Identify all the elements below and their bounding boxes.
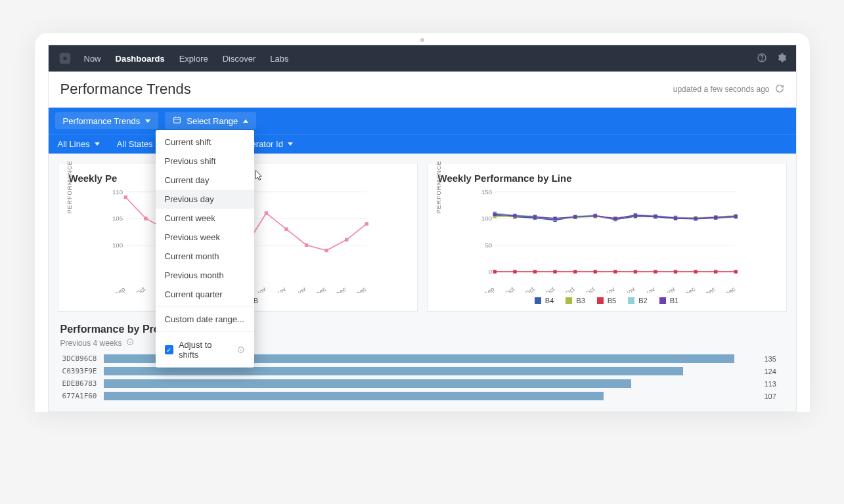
svg-rect-89 [573,270,576,273]
bar-track [104,367,758,375]
legend-swatch [535,297,541,304]
svg-rect-120 [673,216,677,219]
svg-rect-90 [593,270,596,273]
svg-rect-114 [553,217,556,220]
svg-point-1 [63,56,67,60]
svg-rect-111 [493,213,496,216]
range-option-current-month[interactable]: Current month [156,247,254,266]
page-title: Performance Trends [60,81,191,98]
adjust-to-shifts-toggle[interactable]: ✓Adjust to shifts [156,335,254,365]
app-logo-icon[interactable] [58,51,72,66]
legend-swatch [628,297,634,304]
filter-all-lines[interactable]: All Lines [58,139,100,149]
legend-swatch [597,297,604,304]
svg-rect-94 [673,270,677,273]
settings-icon[interactable] [776,52,787,65]
svg-text:18-Dec: 18-Dec [716,285,736,293]
svg-rect-26 [144,217,147,220]
select-range-button[interactable]: Select Range [165,112,256,129]
nav-item-discover[interactable]: Discover [223,54,256,64]
svg-rect-92 [633,270,636,273]
range-option-previous-shift[interactable]: Previous shift [156,152,254,171]
range-option-current-quarter[interactable]: Current quarter [156,285,254,304]
svg-text:150: 150 [481,188,492,196]
svg-rect-91 [613,270,617,273]
svg-rect-118 [633,213,636,217]
svg-text:18-Dec: 18-Dec [347,285,367,293]
help-icon[interactable] [757,52,767,65]
product-section-subtitle: Previous 4 weeks [60,339,122,348]
svg-text:100: 100 [112,242,123,249]
chevron-up-icon [243,119,248,123]
weekly-performance-by-line-card: Weekly Performance by Line PERFORMANCE 0… [427,163,787,312]
range-option-current-week[interactable]: Current week [156,209,254,228]
bar-label: 3DC896C8 [58,354,97,363]
weekly-performance-by-line-chart: 05010015025-Sep02-Oct09-Oct16-Oct23-Oct3… [438,188,776,293]
legend-right: B4B3B5B2B1 [438,297,776,304]
svg-text:13-Nov: 13-Nov [615,285,636,293]
nav-item-now[interactable]: Now [84,54,101,64]
top-nav: NowDashboardsExploreDiscoverLabs [49,45,796,72]
range-option-current-shift[interactable]: Current shift [156,133,254,152]
legend-item-b2[interactable]: B2 [628,297,647,304]
svg-text:20-Nov: 20-Nov [636,285,656,293]
legend-item-b4[interactable]: B4 [535,297,554,304]
chevron-down-icon [95,142,100,146]
y-axis-label: PERFORMANCE [435,160,442,213]
svg-rect-93 [654,270,657,273]
info-icon[interactable] [126,338,134,348]
nav-item-explore[interactable]: Explore [179,54,208,64]
bar-label: EDE86783 [58,379,97,388]
bar-value: 135 [765,355,787,363]
svg-text:02-Oct: 02-Oct [497,285,516,293]
chevron-down-icon [145,119,150,123]
svg-text:0: 0 [488,268,491,275]
page-header: Performance Trends updated a few seconds… [49,72,796,108]
legend-item-b3[interactable]: B3 [566,297,585,304]
product-bar-row: 677A1F60107 [58,392,787,400]
calendar-icon [173,116,181,126]
chart-title-right: Weekly Performance by Line [438,173,776,184]
svg-rect-96 [714,270,717,273]
svg-text:04-Dec: 04-Dec [676,285,696,293]
svg-text:11-Dec: 11-Dec [327,285,347,293]
refresh-icon[interactable] [775,84,784,95]
updated-text: updated a few seconds ago [673,85,770,94]
svg-text:30-Oct: 30-Oct [577,285,596,293]
svg-rect-123 [734,215,737,218]
dashboard-selector-button[interactable]: Performance Trends [55,112,159,129]
product-bar-row: C0393F9E124 [58,367,787,375]
svg-text:09-Oct: 09-Oct [516,285,535,293]
svg-rect-32 [264,211,267,215]
svg-text:25-Sep: 25-Sep [475,285,495,293]
svg-rect-117 [613,217,617,220]
info-icon [237,346,245,354]
bar-value: 124 [765,368,787,375]
bar-track [104,392,758,400]
svg-text:11-Dec: 11-Dec [696,285,717,293]
range-option-previous-week[interactable]: Previous week [156,228,254,247]
range-option-current-day[interactable]: Current day [156,171,254,190]
legend-item-b1[interactable]: B1 [659,297,678,304]
product-bar-row: EDE86783113 [58,379,787,388]
range-option-custom[interactable]: Custom date range... [156,310,254,329]
nav-item-labs[interactable]: Labs [270,54,288,64]
range-option-previous-day[interactable]: Previous day [156,190,254,209]
svg-rect-113 [533,215,536,219]
range-dropdown: Current shiftPrevious shiftCurrent dayPr… [156,130,254,368]
legend-item-b5[interactable]: B5 [597,297,616,304]
svg-rect-115 [573,215,576,219]
svg-rect-34 [304,243,307,247]
svg-text:27-Nov: 27-Nov [287,285,307,293]
range-option-previous-month[interactable]: Previous month [156,266,254,285]
svg-rect-121 [694,217,697,220]
svg-text:20-Nov: 20-Nov [267,285,287,293]
svg-text:27-Nov: 27-Nov [656,285,677,293]
svg-text:100: 100 [481,215,492,222]
svg-text:50: 50 [485,242,492,249]
legend-swatch [659,297,666,304]
bar-value: 107 [765,392,787,400]
svg-rect-116 [593,214,596,217]
nav-item-dashboards[interactable]: Dashboards [116,54,165,64]
svg-rect-88 [553,270,556,273]
